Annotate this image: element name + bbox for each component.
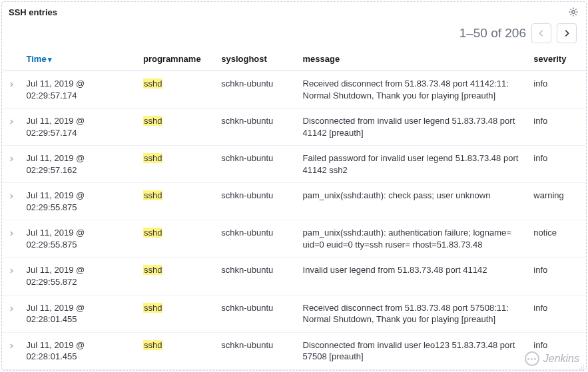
cell-sysloghost: schkn-ubuntu [216, 332, 297, 369]
svg-point-0 [572, 11, 575, 13]
col-sysloghost-header[interactable]: sysloghost [216, 49, 297, 71]
chevron-right-icon [562, 29, 571, 38]
gear-icon[interactable] [567, 6, 579, 18]
chevron-right-icon [8, 193, 15, 200]
highlight-term: sshd [143, 228, 162, 238]
cell-programname: sshd [138, 183, 216, 220]
table-row: Jul 11, 2019 @ 02:29:55.875sshdschkn-ubu… [2, 183, 586, 220]
table-row: Jul 11, 2019 @ 02:29:57.174sshdschkn-ubu… [2, 108, 586, 146]
cell-sysloghost: schkn-ubuntu [216, 258, 297, 295]
pager: 1–50 of 206 [2, 21, 586, 49]
cell-severity: warning [528, 183, 586, 220]
cell-programname: sshd [138, 146, 216, 183]
expand-toggle[interactable] [2, 71, 21, 108]
cell-programname: sshd [138, 71, 216, 108]
expand-toggle[interactable] [2, 108, 21, 146]
cell-time: Jul 11, 2019 @ 02:28:01.455 [21, 295, 138, 332]
cell-severity: info [528, 108, 586, 146]
highlight-term: sshd [143, 190, 162, 200]
cell-message: pam_unix(sshd:auth): authentication fail… [298, 220, 529, 258]
cell-severity: info [528, 369, 586, 372]
panel-title: SSH entries [9, 7, 57, 17]
table-row: Jul 11, 2019 @ 02:28:01.455sshdschkn-ubu… [2, 332, 586, 369]
highlight-term: sshd [143, 303, 162, 313]
table-row: Jul 11, 2019 @ 02:29:57.162sshdschkn-ubu… [2, 146, 586, 183]
cell-time: Jul 11, 2019 @ 02:28:01.455 [21, 332, 138, 369]
cell-time: Jul 11, 2019 @ 02:29:55.875 [21, 220, 138, 258]
pager-prev-button[interactable] [531, 23, 551, 43]
col-time-header[interactable]: Time▾ [21, 49, 138, 71]
chevron-right-icon [8, 268, 15, 274]
cell-programname: sshd [138, 258, 216, 295]
cell-sysloghost: schkn-ubuntu [216, 146, 297, 183]
chevron-right-icon [8, 118, 15, 125]
cell-message: pam_unix(sshd:auth): check pass; user un… [298, 183, 529, 220]
cell-severity: notice [528, 220, 586, 258]
chevron-right-icon [8, 81, 15, 88]
expand-toggle[interactable] [2, 183, 21, 220]
expand-toggle[interactable] [2, 332, 21, 369]
chevron-right-icon [8, 156, 15, 162]
cell-sysloghost: schkn-ubuntu [216, 108, 297, 146]
pager-range: 1–50 of 206 [459, 26, 526, 41]
highlight-term: sshd [143, 265, 162, 275]
cell-message: Received disconnect from 51.83.73.48 por… [298, 295, 529, 332]
cell-time: Jul 11, 2019 @ 02:29:55.875 [21, 183, 138, 220]
cell-programname: sshd [138, 108, 216, 146]
cell-message: Disconnected from invalid user leo123 51… [298, 332, 529, 369]
cell-severity: info [528, 295, 586, 332]
expand-toggle[interactable] [2, 146, 21, 183]
chevron-left-icon [537, 29, 546, 38]
cell-sysloghost: schkn-ubuntu [216, 220, 297, 258]
sort-desc-icon: ▾ [48, 55, 52, 63]
table-row: Jul 11, 2019 @ 02:29:57.174sshdschkn-ubu… [2, 71, 586, 108]
cell-sysloghost: schkn-ubuntu [216, 369, 297, 372]
table-header-row: Time▾ programname sysloghost message sev… [2, 49, 586, 71]
cell-time: Jul 11, 2019 @ 02:29:57.174 [21, 108, 138, 146]
expand-toggle[interactable] [2, 258, 21, 295]
chevron-right-icon [8, 343, 15, 349]
cell-time: Jul 11, 2019 @ 02:28:01.437 [21, 369, 138, 372]
ssh-entries-panel: SSH entries 1–50 of 206 Time▾ pr [1, 1, 587, 371]
cell-programname: sshd [138, 332, 216, 369]
table-row: Jul 11, 2019 @ 02:28:01.437sshdschkn-ubu… [2, 369, 586, 372]
highlight-term: sshd [143, 340, 162, 350]
cell-programname: sshd [138, 369, 216, 372]
table-row: Jul 11, 2019 @ 02:29:55.872sshdschkn-ubu… [2, 258, 586, 295]
cell-programname: sshd [138, 295, 216, 332]
pager-next-button[interactable] [557, 23, 577, 43]
col-severity-header[interactable]: severity [528, 49, 586, 71]
cell-severity: info [528, 146, 586, 183]
cell-severity: info [528, 71, 586, 108]
cell-severity: info [528, 258, 586, 295]
col-programname-header[interactable]: programname [138, 49, 216, 71]
panel-header: SSH entries [2, 2, 586, 21]
resize-handle[interactable] [578, 362, 585, 369]
log-table: Time▾ programname sysloghost message sev… [2, 49, 586, 372]
cell-severity: info [528, 332, 586, 369]
cell-time: Jul 11, 2019 @ 02:29:57.174 [21, 71, 138, 108]
cell-time: Jul 11, 2019 @ 02:29:57.162 [21, 146, 138, 183]
chevron-right-icon [8, 230, 15, 237]
table-row: Jul 11, 2019 @ 02:28:01.455sshdschkn-ubu… [2, 295, 586, 332]
highlight-term: sshd [143, 116, 162, 126]
cell-message: Invalid user legend from 51.83.73.48 por… [298, 258, 529, 295]
cell-sysloghost: schkn-ubuntu [216, 295, 297, 332]
col-expand-header [2, 49, 21, 71]
cell-message: Failed password for invalid user leo123 … [298, 369, 529, 372]
expand-toggle[interactable] [2, 369, 21, 372]
chevron-right-icon [8, 305, 15, 312]
col-time-label: Time [27, 54, 47, 64]
expand-toggle[interactable] [2, 295, 21, 332]
cell-message: Received disconnect from 51.83.73.48 por… [298, 71, 529, 108]
cell-programname: sshd [138, 220, 216, 258]
cell-message: Disconnected from invalid user legend 51… [298, 108, 529, 146]
cell-message: Failed password for invalid user legend … [298, 146, 529, 183]
table-row: Jul 11, 2019 @ 02:29:55.875sshdschkn-ubu… [2, 220, 586, 258]
cell-time: Jul 11, 2019 @ 02:29:55.872 [21, 258, 138, 295]
highlight-term: sshd [143, 79, 162, 89]
col-message-header[interactable]: message [298, 49, 529, 71]
cell-sysloghost: schkn-ubuntu [216, 183, 297, 220]
expand-toggle[interactable] [2, 220, 21, 258]
highlight-term: sshd [143, 153, 162, 163]
